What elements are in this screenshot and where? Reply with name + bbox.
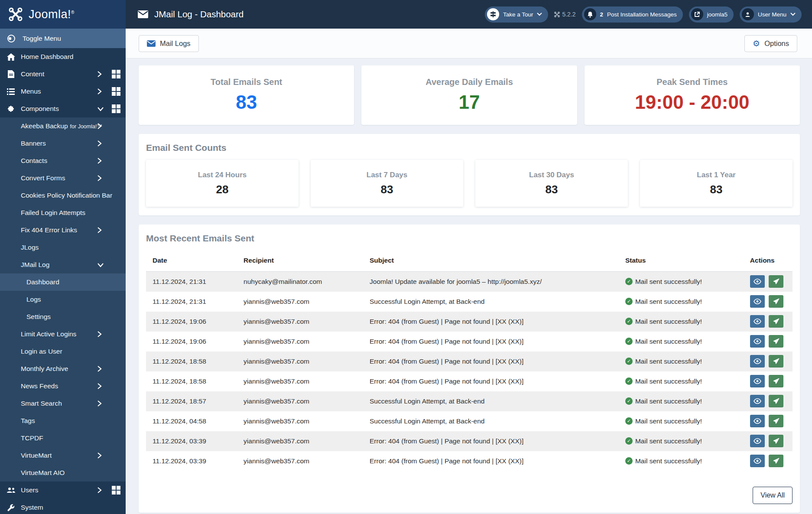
sidebar-item-content[interactable]: Content [0, 65, 126, 83]
view-email-button[interactable] [750, 395, 765, 407]
status-text: Mail sent successfully! [635, 417, 702, 425]
sidebar-item-smart-search[interactable]: Smart Search [0, 395, 126, 412]
eye-icon [754, 338, 761, 344]
chevron-right-icon [97, 88, 104, 95]
resend-email-button[interactable] [769, 355, 783, 368]
sidebar-item-components[interactable]: Components [0, 100, 126, 117]
cell-recipient: yiannis@web357.com [237, 292, 363, 312]
sidebar-item-menus[interactable]: Menus [0, 83, 126, 100]
cell-actions [744, 351, 793, 371]
sidebar-item-akeeba-backup[interactable]: Akeeba Backupfor Joomla!™ [0, 117, 126, 135]
chevron-down-icon [790, 13, 796, 16]
eye-icon [754, 299, 761, 304]
cell-status: ✓Mail sent successfully! [619, 391, 744, 411]
sidebar-item-tags[interactable]: Tags [0, 412, 126, 429]
cell-date: 11.12.2024, 21:31 [146, 272, 237, 292]
sidebar-item-label: VirtueMart [21, 452, 52, 459]
mail-logs-button[interactable]: Mail Logs [139, 35, 199, 52]
site-preview-button[interactable]: joomla5 [689, 7, 734, 23]
eye-icon [754, 358, 761, 364]
sidebar-item-users[interactable]: Users [0, 481, 126, 499]
paper-plane-icon [773, 458, 780, 464]
sidebar-item-jlogs[interactable]: JLogs [0, 239, 126, 256]
column-header-status: Status [619, 250, 744, 272]
resend-email-button[interactable] [769, 455, 783, 467]
view-email-button[interactable] [750, 415, 765, 427]
tour-signpost-icon [487, 8, 499, 20]
sidebar-item-tcpdf[interactable]: TCPDF [0, 429, 126, 447]
resend-email-button[interactable] [769, 315, 783, 328]
sidebar-item-fix-404-error-links[interactable]: Fix 404 Error Links [0, 221, 126, 239]
sidebar-item-label: Settings [26, 313, 51, 321]
sidebar-item-virtuemart-aio[interactable]: VirtueMart AIO [0, 464, 126, 481]
take-a-tour-button[interactable]: Take a Tour [485, 7, 549, 23]
sidebar-item-limit-active-logins[interactable]: Limit Active Logins [0, 325, 126, 343]
sidebar-item-failed-login-attempts[interactable]: Failed Login Attempts [0, 204, 126, 221]
count-value: 28 [216, 183, 229, 196]
resend-email-button[interactable] [769, 435, 783, 447]
view-email-button[interactable] [750, 335, 765, 348]
user-menu-button[interactable]: User Menu [740, 7, 802, 23]
resend-email-button[interactable] [769, 335, 783, 348]
dashboard-grid-icon[interactable] [112, 87, 120, 96]
view-email-button[interactable] [750, 435, 765, 447]
sidebar-item-settings[interactable]: Settings [0, 308, 126, 325]
cell-date: 11.12.2024, 21:31 [146, 292, 237, 312]
view-email-button[interactable] [750, 275, 765, 288]
sidebar-item-logs[interactable]: Logs [0, 291, 126, 308]
sidebar-item-news-feeds[interactable]: News Feeds [0, 377, 126, 395]
view-email-button[interactable] [750, 295, 765, 308]
resend-email-button[interactable] [769, 395, 783, 407]
cell-date: 11.12.2024, 19:06 [146, 332, 237, 351]
dashboard-grid-icon[interactable] [112, 486, 120, 494]
cell-subject: Successful Login Attempt, at Back-end [363, 411, 619, 431]
sidebar-item-label: Home Dashboard [21, 53, 73, 61]
toggle-menu-button[interactable]: Toggle Menu [0, 29, 126, 48]
joomla-logo: Joomla!® [0, 0, 126, 29]
eye-icon [754, 398, 761, 404]
users-icon [6, 487, 16, 494]
post-installation-messages-button[interactable]: 2 Post Installation Messages [582, 7, 683, 23]
sidebar-item-contacts[interactable]: Contacts [0, 152, 126, 169]
view-email-button[interactable] [750, 315, 765, 328]
view-email-button[interactable] [750, 455, 765, 467]
sidebar-item-label: News Feeds [21, 382, 58, 390]
dashboard-grid-icon[interactable] [112, 104, 120, 113]
sidebar-item-cookies-policy-notification-bar[interactable]: Cookies Policy Notification Bar [0, 187, 126, 204]
view-email-button[interactable] [750, 375, 765, 387]
view-all-button[interactable]: View All [753, 487, 793, 504]
sidebar-item-label: Logs [26, 296, 41, 303]
sidebar-item-virtuemart[interactable]: VirtueMart [0, 447, 126, 464]
sidebar-item-label: Dashboard [26, 278, 59, 286]
cell-subject: Successful Login Attempt, at Back-end [363, 391, 619, 411]
resend-email-button[interactable] [769, 415, 783, 427]
dashboard-grid-icon[interactable] [112, 70, 120, 78]
resend-email-button[interactable] [769, 375, 783, 387]
sidebar-item-home-dashboard[interactable]: Home Dashboard [0, 48, 126, 65]
table-header-row: DateRecipientSubjectStatusActions [146, 250, 793, 272]
sidebar-item-label: Cookies Policy Notification Bar [21, 192, 112, 199]
sidebar-item-convert-forms[interactable]: Convert Forms [0, 169, 126, 187]
sidebar-item-jmail-log[interactable]: JMail Log [0, 256, 126, 273]
cell-recipient: yiannis@web357.com [237, 411, 363, 431]
sidebar-item-login-as-user[interactable]: Login as User [0, 343, 126, 360]
cell-status: ✓Mail sent successfully! [619, 292, 744, 312]
sidebar-item-system[interactable]: System [0, 499, 126, 514]
count-card: Last 7 Days 83 [311, 160, 463, 207]
top-header: JMail Log - Dashboard Take a Tour 5.2.2 [126, 0, 812, 29]
column-header-subject: Subject [363, 250, 619, 272]
home-icon [6, 53, 16, 61]
paper-plane-icon [773, 398, 780, 404]
sidebar-item-label: Failed Login Attempts [21, 209, 85, 217]
sidebar-item-banners[interactable]: Banners [0, 135, 126, 152]
options-button[interactable]: ⚙ Options [744, 35, 797, 52]
resend-email-button[interactable] [769, 275, 783, 288]
cell-subject: Error: 404 (from Guest) | Page not found… [363, 332, 619, 351]
view-email-button[interactable] [750, 355, 765, 368]
resend-email-button[interactable] [769, 295, 783, 308]
sidebar-item-label: Fix 404 Error Links [21, 226, 77, 234]
table-row: 11.12.2024, 18:57 yiannis@web357.com Suc… [146, 391, 793, 411]
sidebar-item-monthly-archive[interactable]: Monthly Archive [0, 360, 126, 377]
chevron-right-icon [97, 227, 104, 234]
sidebar-item-dashboard[interactable]: Dashboard [0, 273, 126, 291]
